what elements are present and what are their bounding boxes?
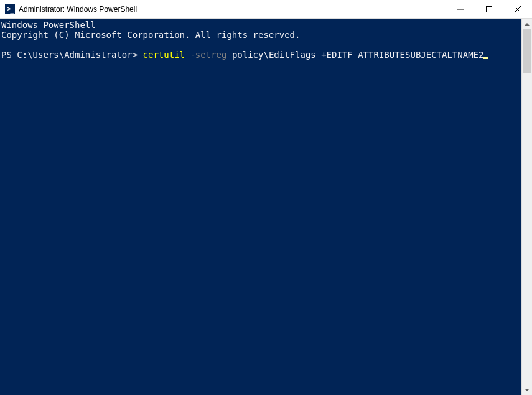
command-parameter: -setreg	[190, 50, 231, 60]
close-button[interactable]	[503, 0, 532, 18]
svg-marker-5	[525, 389, 530, 391]
command-executable: certutil	[143, 50, 190, 60]
svg-marker-4	[525, 23, 530, 26]
svg-rect-1	[487, 6, 492, 12]
command-arguments: policy\EditFlags +EDITF_ATTRIBUTESUBJECT…	[232, 50, 484, 60]
scroll-thumb[interactable]	[523, 29, 531, 73]
minimize-button[interactable]	[446, 0, 475, 18]
prompt: PS C:\Users\Administrator>	[1, 50, 143, 60]
maximize-button[interactable]	[475, 0, 503, 18]
terminal-wrapper: Windows PowerShell Copyright (C) Microso…	[0, 19, 532, 395]
window-title: Administrator: Windows PowerShell	[19, 5, 446, 14]
terminal-header-2: Copyright (C) Microsoft Corporation. All…	[1, 30, 300, 40]
terminal-area[interactable]: Windows PowerShell Copyright (C) Microso…	[0, 19, 521, 395]
terminal-header-1: Windows PowerShell	[1, 20, 96, 30]
scroll-track[interactable]	[522, 29, 532, 384]
vertical-scrollbar[interactable]	[521, 19, 532, 395]
scroll-up-arrow-icon[interactable]	[522, 19, 532, 29]
cursor-icon	[483, 57, 488, 59]
scroll-down-arrow-icon[interactable]	[522, 384, 532, 395]
window-controls	[446, 0, 532, 18]
window-titlebar: Administrator: Windows PowerShell	[0, 0, 532, 19]
powershell-icon	[5, 4, 15, 14]
